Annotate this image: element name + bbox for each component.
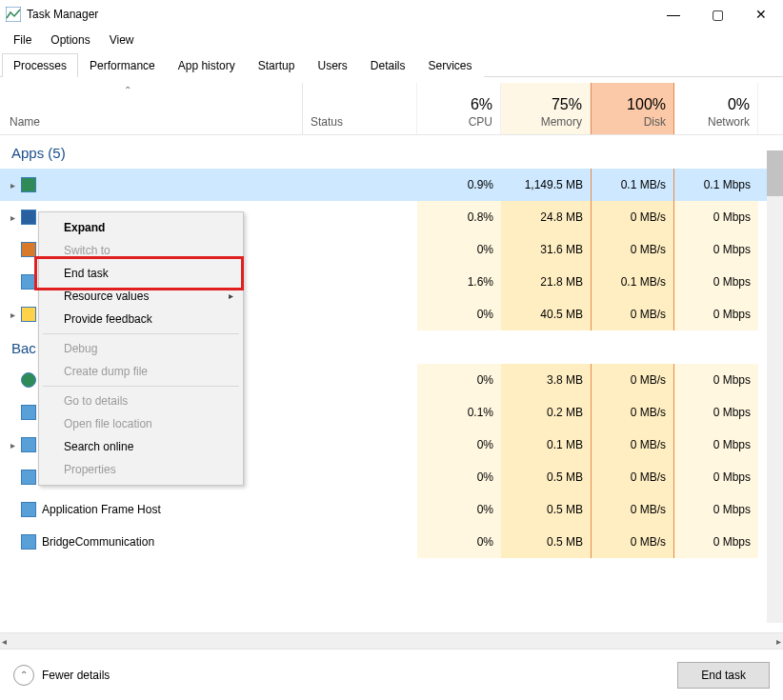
app-icon: [21, 437, 36, 452]
tab-app-history[interactable]: App history: [167, 53, 247, 77]
ctx-resource-values-label: Resource values: [64, 290, 149, 303]
ctx-properties: Properties: [41, 458, 241, 481]
task-manager-icon: [6, 7, 21, 22]
app-icon: [21, 405, 36, 420]
sort-caret-icon: ⌃: [124, 85, 131, 95]
app-icon: [21, 470, 36, 485]
cpu-pct: 6%: [425, 96, 492, 113]
ctx-create-dump: Create dump file: [41, 360, 241, 383]
chevron-right-icon[interactable]: ▸: [4, 310, 21, 320]
horizontal-scrollbar[interactable]: ◂ ▸: [0, 632, 783, 649]
col-header-disk[interactable]: 100% Disk: [591, 83, 674, 134]
titlebar: Task Manager — ▢ ✕: [0, 0, 783, 30]
tab-users[interactable]: Users: [306, 53, 358, 77]
close-button[interactable]: ✕: [739, 0, 783, 29]
window-controls: — ▢ ✕: [652, 0, 783, 29]
fewer-details-label: Fewer details: [42, 669, 110, 682]
cpu-cell: 0.9%: [417, 169, 501, 201]
maximize-button[interactable]: ▢: [695, 0, 739, 29]
disk-pct: 100%: [599, 96, 666, 113]
ctx-expand[interactable]: Expand: [41, 216, 241, 239]
col-header-cpu[interactable]: 6% CPU: [417, 83, 501, 134]
app-icon: [21, 502, 36, 517]
chevron-right-icon[interactable]: ▸: [4, 212, 21, 223]
ctx-separator: [43, 386, 239, 387]
ctx-end-task[interactable]: End task: [41, 262, 241, 285]
chevron-right-icon: ▸: [229, 290, 233, 301]
col-label-status: Status: [311, 115, 409, 129]
col-label-name: Name: [10, 115, 294, 129]
net-cell: 0.1 Mbps: [674, 169, 758, 201]
ctx-switch-to: Switch to: [41, 239, 241, 262]
col-label-cpu: CPU: [425, 115, 492, 129]
context-menu: Expand Switch to End task Resource value…: [38, 211, 244, 486]
col-label-network: Network: [682, 115, 750, 129]
app-icon: [21, 307, 36, 322]
process-row[interactable]: Application Frame Host 0% 0.5 MB 0 MB/s …: [0, 493, 783, 526]
ctx-separator: [43, 333, 239, 334]
app-icon: [21, 242, 36, 257]
process-row[interactable]: BridgeCommunication 0% 0.5 MB 0 MB/s 0 M…: [0, 526, 783, 558]
col-header-network[interactable]: 0% Network: [674, 83, 758, 134]
ctx-provide-feedback[interactable]: Provide feedback: [41, 308, 241, 330]
network-pct: 0%: [682, 96, 750, 113]
scroll-right-icon[interactable]: ▸: [776, 636, 781, 647]
ctx-search-online[interactable]: Search online: [41, 435, 241, 458]
col-header-name[interactable]: ⌃ Name: [0, 83, 303, 134]
col-header-status[interactable]: Status: [303, 83, 417, 134]
minimize-button[interactable]: —: [652, 0, 695, 29]
tab-details[interactable]: Details: [359, 53, 417, 77]
ctx-resource-values[interactable]: Resource values ▸: [41, 285, 241, 308]
fewer-details-toggle[interactable]: ⌃ Fewer details: [13, 665, 110, 686]
tab-services[interactable]: Services: [417, 53, 484, 77]
mem-cell: 1,149.5 MB: [501, 169, 591, 201]
memory-pct: 75%: [509, 96, 582, 113]
process-row[interactable]: ▸ 0.9% 1,149.5 MB 0.1 MB/s 0.1 Mbps: [0, 169, 783, 201]
footer: ⌃ Fewer details End task: [0, 649, 783, 700]
tab-startup[interactable]: Startup: [247, 53, 307, 77]
col-header-memory[interactable]: 75% Memory: [501, 83, 591, 134]
app-icon: [21, 534, 36, 550]
chevron-right-icon[interactable]: ▸: [4, 440, 21, 450]
tab-strip: Processes Performance App history Startu…: [0, 52, 783, 77]
vertical-scrollbar[interactable]: [767, 150, 783, 623]
chevron-right-icon[interactable]: ▸: [4, 180, 21, 190]
menubar: File Options View: [0, 30, 783, 50]
end-task-button[interactable]: End task: [677, 662, 770, 689]
app-icon: [21, 274, 36, 290]
process-name: BridgeCommunication: [42, 535, 154, 549]
menu-view[interactable]: View: [100, 31, 144, 49]
disk-cell: 0.1 MB/s: [591, 169, 674, 201]
ctx-open-file-location: Open file location: [41, 412, 241, 435]
column-headers: ⌃ Name Status 6% CPU 75% Memory 100% Dis…: [0, 83, 783, 135]
tab-processes[interactable]: Processes: [2, 53, 78, 77]
chevron-up-icon: ⌃: [13, 665, 34, 686]
app-icon: [21, 177, 36, 192]
group-apps[interactable]: Apps (5): [0, 135, 783, 169]
window-title: Task Manager: [27, 8, 98, 21]
scroll-left-icon[interactable]: ◂: [2, 636, 7, 647]
app-icon: [21, 372, 36, 388]
menu-options[interactable]: Options: [41, 31, 99, 49]
menu-file[interactable]: File: [4, 31, 41, 49]
ctx-debug: Debug: [41, 337, 241, 360]
process-name: Application Frame Host: [42, 503, 161, 516]
col-label-memory: Memory: [509, 115, 582, 129]
tab-performance[interactable]: Performance: [78, 53, 167, 77]
app-icon: [21, 210, 36, 225]
ctx-go-to-details: Go to details: [41, 390, 241, 412]
scrollbar-thumb[interactable]: [767, 150, 783, 196]
col-label-disk: Disk: [599, 115, 666, 129]
